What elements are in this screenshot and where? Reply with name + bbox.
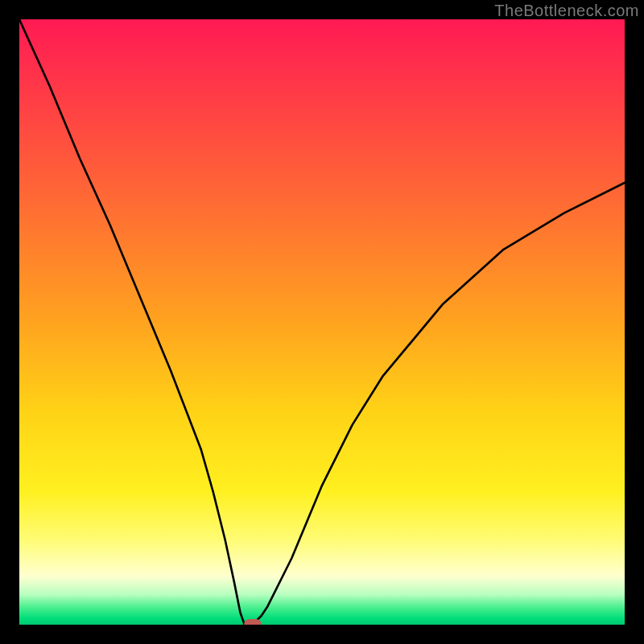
bottleneck-curve-svg [19,19,625,625]
plot-area [19,19,625,625]
bottleneck-curve-path [19,19,625,625]
watermark-text: TheBottleneck.com [494,2,639,20]
optimal-point-marker [244,619,262,625]
chart-frame: TheBottleneck.com [0,0,644,644]
